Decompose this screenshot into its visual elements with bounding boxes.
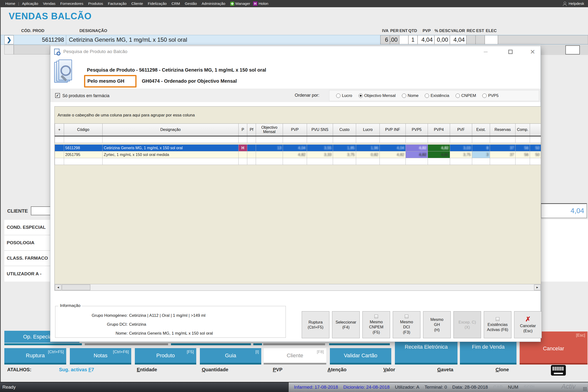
- scroll-right-icon[interactable]: ►: [534, 284, 541, 290]
- grid-cell-custo[interactable]: 3,75: [333, 152, 356, 158]
- grid-cell-lucro[interactable]: 1,96: [356, 145, 380, 152]
- grid-filter-exist[interactable]: [472, 136, 490, 143]
- grid-filter-plus[interactable]: [55, 136, 64, 143]
- grid-filter-pvp4[interactable]: [428, 136, 450, 143]
- grid-filter-comp[interactable]: [516, 136, 530, 143]
- grid-col-comp[interactable]: Comp.: [516, 124, 530, 136]
- grid-col-plus[interactable]: +: [55, 124, 64, 136]
- menu-item-holon[interactable]: H Holon: [250, 2, 268, 6]
- close-icon[interactable]: ✕: [528, 48, 537, 56]
- maximize-button[interactable]: [506, 48, 515, 56]
- grid-col-pvp[interactable]: PVP: [283, 124, 307, 136]
- cell-designacao[interactable]: Cetirizina Generis MG, 1 mg/mL x 150 sol…: [66, 35, 381, 44]
- grid-filter-designacao[interactable]: [103, 136, 239, 143]
- ruptura-button[interactable]: [Ctrl+F5]Ruptura: [4, 348, 66, 364]
- horizontal-scrollbar[interactable]: ◄ ►: [55, 284, 541, 290]
- dialog-button-cancelar[interactable]: ✗Cancelar(Esc): [514, 311, 542, 338]
- receita-eletronica-button[interactable]: Receita Eletrónica: [395, 340, 457, 364]
- cell-est[interactable]: [476, 35, 485, 44]
- cell-qtd[interactable]: 1: [408, 35, 417, 44]
- menu-item-administracao[interactable]: Administração: [199, 2, 228, 6]
- grid-col-codigo[interactable]: Código: [64, 124, 103, 136]
- grid-col-pvf[interactable]: PVF: [450, 124, 472, 136]
- grid-col-pf[interactable]: Pf: [247, 124, 256, 136]
- cell-iva[interactable]: 6: [381, 35, 390, 44]
- cell-elec[interactable]: [485, 35, 498, 44]
- grid-cell-codigo[interactable]: 2051795: [64, 152, 103, 158]
- dialog-titlebar[interactable]: Pesquisa de Produto ao Balcão ✕: [50, 46, 541, 58]
- grid-cell-exist[interactable]: 8: [472, 145, 490, 152]
- grid-cell-pvu[interactable]: 3,55: [307, 145, 333, 152]
- cell-per[interactable]: 100: [390, 35, 399, 44]
- sale-row-2-cell[interactable]: [565, 45, 580, 54]
- grid-col-reservas[interactable]: Reservas: [490, 124, 516, 136]
- menu-item-home[interactable]: Home: [3, 2, 17, 6]
- grid-filter-reservas[interactable]: [490, 136, 516, 143]
- grid-cell-reservas[interactable]: 37: [490, 145, 516, 152]
- validar-cartao-button[interactable]: Validar Cartão: [330, 348, 391, 364]
- grid-cell-extra[interactable]: 50: [530, 152, 541, 158]
- grid-col-pvp5[interactable]: PVP5: [406, 124, 428, 136]
- dialog-button-mesmo[interactable]: MesmoCNPEM(F5): [362, 311, 390, 338]
- dialog-button-mesmo[interactable]: MesmoGH(H): [423, 311, 451, 338]
- grid-cell-pvp[interactable]: 4,82: [283, 152, 307, 158]
- grid-col-pvpinf[interactable]: PVP INF: [380, 124, 406, 136]
- menu-item-fidelizacao[interactable]: Fidelização: [145, 2, 169, 6]
- grid-filter-lucro[interactable]: [356, 136, 380, 143]
- checkbox-icon[interactable]: [375, 314, 378, 318]
- grid-cell-comp[interactable]: 56: [516, 145, 530, 152]
- grid-filter-pvf[interactable]: [450, 136, 472, 143]
- fim-de-venda-button[interactable]: Fim de Venda: [460, 340, 517, 364]
- cell-pvp[interactable]: 4,04: [417, 35, 434, 44]
- cell-desc[interactable]: 0,00: [434, 35, 450, 44]
- grid-cell-custo[interactable]: 1,85: [333, 145, 356, 152]
- grid-cell-pvu[interactable]: 3,33: [307, 152, 333, 158]
- grid-cell-plus[interactable]: [55, 145, 64, 152]
- grid-col-pvp4[interactable]: PVP4: [428, 124, 450, 136]
- grid-filter-custo[interactable]: [333, 136, 356, 143]
- grid-cell-lucro[interactable]: 0,82: [356, 152, 380, 158]
- grid-cell-comp[interactable]: 56: [516, 152, 530, 158]
- dialog-button-seleccionar[interactable]: Seleccionar(F4): [332, 311, 360, 338]
- grid-col-extra[interactable]: [530, 124, 541, 136]
- order-option-nome[interactable]: Nome: [402, 93, 418, 98]
- grid-cell-exist[interactable]: 3: [472, 152, 490, 158]
- grid-cell-om[interactable]: [256, 152, 283, 158]
- cell-valor[interactable]: 4,04: [450, 35, 466, 44]
- grid-col-p[interactable]: P: [239, 124, 247, 136]
- checkbox-icon[interactable]: [405, 314, 408, 318]
- menu-item-crm[interactable]: CRM: [169, 2, 182, 6]
- only-pharmacy-checkbox[interactable]: ✓: [55, 93, 60, 98]
- sale-row[interactable]: ❯ 5611298 Cetirizina Generis MG, 1 mg/mL…: [0, 35, 588, 44]
- grid-filter-pvu[interactable]: [307, 136, 333, 143]
- menu-item-produtos[interactable]: Produtos: [86, 2, 105, 6]
- grid-cell-pf[interactable]: [247, 145, 256, 152]
- grid-filter-pvpinf[interactable]: [380, 136, 406, 143]
- grid-col-om[interactable]: Objectivo Mensal: [256, 124, 283, 136]
- minimize-button[interactable]: [481, 48, 490, 56]
- grid-col-lucro[interactable]: Lucro: [356, 124, 380, 136]
- grid-cell-pvf[interactable]: 3,03: [450, 145, 472, 152]
- menu-item-manager[interactable]: Manager: [228, 2, 250, 6]
- order-option-cnpem[interactable]: CNPEM: [456, 93, 476, 98]
- grid-filter-extra[interactable]: [530, 136, 541, 143]
- grid-cell-pvpinf[interactable]: 4,82: [380, 152, 406, 158]
- grid-cell-p[interactable]: H: [239, 145, 247, 152]
- grid-filter-pvp[interactable]: [283, 136, 307, 143]
- order-option-objectivo-mensal[interactable]: Objectivo Mensal: [359, 93, 395, 98]
- grid-col-custo[interactable]: Custo: [333, 124, 356, 136]
- grid-cell-pvp4[interactable]: 4,82: [428, 145, 450, 152]
- keyboard-icon[interactable]: [551, 365, 566, 376]
- cliente-button[interactable]: [F8]Cliente: [264, 348, 326, 364]
- helpdesk-button[interactable]: Helpdesk: [563, 2, 588, 6]
- menu-item-vendas[interactable]: Vendas: [41, 2, 58, 6]
- menu-item-fornecedores[interactable]: Fornecedores: [58, 2, 86, 6]
- dialog-button-ruptura[interactable]: Ruptura(Ctrl+F5): [302, 311, 329, 338]
- grid-filter-om[interactable]: [256, 136, 283, 143]
- grid-cell-pf[interactable]: [247, 152, 256, 158]
- grid-cell-p[interactable]: [239, 152, 247, 158]
- cell-cod-prod[interactable]: 5611298: [14, 35, 66, 44]
- grid-filter-pvp5[interactable]: [406, 136, 428, 143]
- cell-rec[interactable]: [466, 35, 476, 44]
- cell-ent[interactable]: [399, 35, 408, 44]
